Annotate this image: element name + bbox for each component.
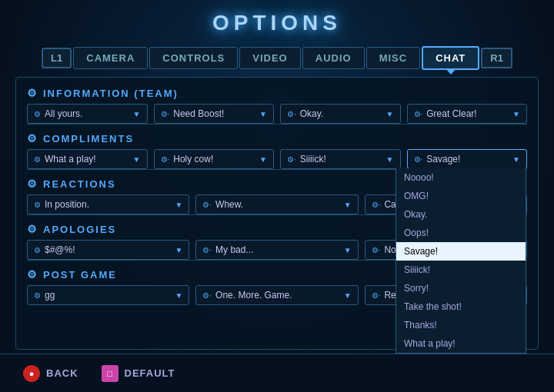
tab-misc[interactable]: MISC [366, 47, 421, 69]
dd-arrow-compliments-0: ▼ [133, 155, 141, 164]
dd-icon-compliments-2: ⚙· [287, 155, 296, 164]
dd-icon-information-0: ⚙ [34, 110, 41, 118]
dd-icon-reactions-1: ⚙· [202, 201, 212, 209]
dd-icon-postgame-2: ⚙· [372, 291, 381, 300]
dd-arrow-apologies-0: ▼ [175, 246, 182, 254]
nav-btn-r1[interactable]: R1 [481, 48, 512, 68]
tab-chat[interactable]: CHAT [422, 46, 479, 70]
default-label: DEFAULT [125, 367, 175, 379]
page-title: OPTIONS [0, 11, 554, 35]
dropdown-information-0[interactable]: ⚙All yours.▼ [27, 104, 148, 124]
menu-item-1[interactable]: OMG! [396, 187, 526, 205]
back-label: BACK [46, 367, 78, 379]
dd-icon-information-3: ⚙· [414, 110, 423, 118]
section-icon: ⚙ [27, 178, 38, 190]
dd-arrow-reactions-0: ▼ [175, 201, 182, 209]
dd-arrow-information-1: ▼ [259, 110, 267, 118]
dd-icon-compliments-0: ⚙ [34, 155, 41, 164]
dd-value-information-1: Need Boost! [173, 108, 224, 119]
content-area: ⚙INFORMATION (TEAM)⚙All yours.▼⚙·Need Bo… [15, 77, 539, 350]
dd-value-compliments-0: What a play! [45, 154, 96, 164]
dd-value-information-2: Okay. [300, 108, 323, 119]
dropdown-postgame-1[interactable]: ⚙·One. More. Game.▼ [195, 285, 358, 305]
dropdown-compliments-1[interactable]: ⚙·Holy cow!▼ [154, 149, 275, 169]
dd-arrow-information-0: ▼ [133, 110, 141, 118]
dd-icon-reactions-0: ⚙ [34, 201, 41, 209]
tab-camera[interactable]: CAMERA [73, 47, 148, 69]
menu-item-7[interactable]: Take the shot! [396, 297, 526, 316]
tab-bar: L1CAMERACONTROLSVIDEOAUDIOMISCCHATR1 [0, 43, 554, 72]
dd-arrow-reactions-1: ▼ [344, 201, 352, 209]
dropdown-compliments-3[interactable]: ⚙·Savage!▼Noooo!OMG!Okay.Oops!Savage!Sii… [407, 149, 528, 169]
dd-icon-compliments-3: ⚙· [414, 155, 423, 164]
section-title-compliments: ⚙COMPLIMENTS [27, 132, 527, 145]
tab-audio[interactable]: AUDIO [302, 47, 365, 69]
dd-icon-reactions-2: ⚙· [372, 201, 381, 209]
default-icon: □ [102, 365, 118, 382]
dropdown-information-1[interactable]: ⚙·Need Boost!▼ [154, 104, 275, 124]
dd-icon-apologies-0: ⚙ [34, 246, 41, 254]
dd-value-compliments-2: Siiiick! [300, 154, 326, 164]
section-icon: ⚙ [27, 223, 38, 235]
dd-value-information-0: All yours. [45, 108, 82, 119]
menu-item-5[interactable]: Siiiick! [396, 261, 526, 279]
section-icon: ⚙ [27, 268, 38, 281]
menu-item-9[interactable]: What a play! [396, 334, 526, 353]
menu-item-8[interactable]: Thanks! [396, 316, 526, 334]
section-information: ⚙INFORMATION (TEAM)⚙All yours.▼⚙·Need Bo… [27, 87, 527, 125]
dd-value-reactions-0: In position. [45, 199, 89, 210]
dropdowns-row-information: ⚙All yours.▼⚙·Need Boost!▼⚙·Okay.▼⚙·Grea… [27, 104, 527, 124]
menu-item-6[interactable]: Sorry! [396, 279, 526, 297]
section-icon: ⚙ [27, 132, 38, 145]
dd-icon-postgame-0: ⚙ [34, 291, 41, 300]
dropdown-compliments-2[interactable]: ⚙·Siiiick!▼ [280, 149, 401, 169]
dropdown-information-2[interactable]: ⚙·Okay.▼ [280, 104, 401, 124]
dd-value-compliments-1: Holy cow! [173, 154, 213, 164]
dd-icon-information-1: ⚙· [161, 110, 170, 118]
dd-arrow-compliments-3: ▼ [512, 155, 520, 164]
dd-icon-information-2: ⚙· [287, 110, 296, 118]
dropdown-postgame-0[interactable]: ⚙gg▼ [27, 285, 189, 305]
nav-btn-l1[interactable]: L1 [42, 48, 72, 68]
dd-arrow-compliments-2: ▼ [386, 155, 394, 164]
back-icon: ● [23, 365, 40, 382]
dd-value-postgame-1: One. More. Game. [215, 290, 292, 301]
section-icon: ⚙ [27, 87, 38, 99]
dd-value-apologies-0: $#@%! [45, 244, 75, 255]
menu-item-4[interactable]: Savage! [396, 242, 526, 261]
dropdown-reactions-0[interactable]: ⚙In position.▼ [27, 194, 189, 214]
dropdown-apologies-1[interactable]: ⚙·My bad...▼ [195, 240, 358, 260]
dropdown-information-3[interactable]: ⚙·Great Clear!▼ [407, 104, 528, 124]
dd-arrow-postgame-1: ▼ [344, 291, 352, 300]
dd-arrow-postgame-0: ▼ [175, 291, 182, 300]
dropdown-compliments-0[interactable]: ⚙What a play!▼ [27, 149, 148, 169]
dd-value-reactions-1: Whew. [215, 199, 243, 210]
dd-icon-apologies-1: ⚙· [202, 246, 212, 254]
menu-item-0[interactable]: Noooo! [396, 168, 526, 187]
menu-item-3[interactable]: Oops! [396, 224, 526, 242]
dd-arrow-compliments-1: ▼ [259, 155, 267, 164]
dd-value-compliments-3: Savage! [426, 154, 460, 164]
dropdown-apologies-0[interactable]: ⚙$#@%!▼ [27, 240, 189, 260]
tab-video[interactable]: VIDEO [239, 47, 300, 69]
dd-value-apologies-1: My bad... [215, 244, 253, 255]
dd-arrow-information-3: ▼ [512, 110, 520, 118]
dd-value-postgame-0: gg [45, 290, 55, 301]
dropdown-reactions-1[interactable]: ⚙·Whew.▼ [195, 194, 358, 214]
dd-value-information-3: Great Clear! [426, 108, 476, 119]
dd-arrow-apologies-1: ▼ [344, 246, 352, 254]
dd-arrow-information-2: ▼ [386, 110, 394, 118]
back-button[interactable]: ● BACK [23, 365, 78, 382]
dd-icon-postgame-1: ⚙· [202, 291, 212, 300]
default-button[interactable]: □ DEFAULT [102, 365, 175, 382]
bottom-bar: ● BACK □ DEFAULT [0, 354, 554, 392]
menu-item-2[interactable]: Okay. [396, 205, 526, 224]
section-compliments: ⚙COMPLIMENTS⚙What a play!▼⚙·Holy cow!▼⚙·… [27, 132, 527, 170]
dd-icon-apologies-2: ⚙· [372, 246, 381, 254]
tab-controls[interactable]: CONTROLS [149, 47, 238, 69]
divider-0 [27, 124, 527, 125]
dd-icon-compliments-1: ⚙· [161, 155, 170, 164]
dropdowns-row-compliments: ⚙What a play!▼⚙·Holy cow!▼⚙·Siiiick!▼⚙·S… [27, 149, 527, 169]
section-title-information: ⚙INFORMATION (TEAM) [27, 87, 527, 99]
dropdown-menu: Noooo!OMG!Okay.Oops!Savage!Siiiick!Sorry… [395, 168, 526, 354]
